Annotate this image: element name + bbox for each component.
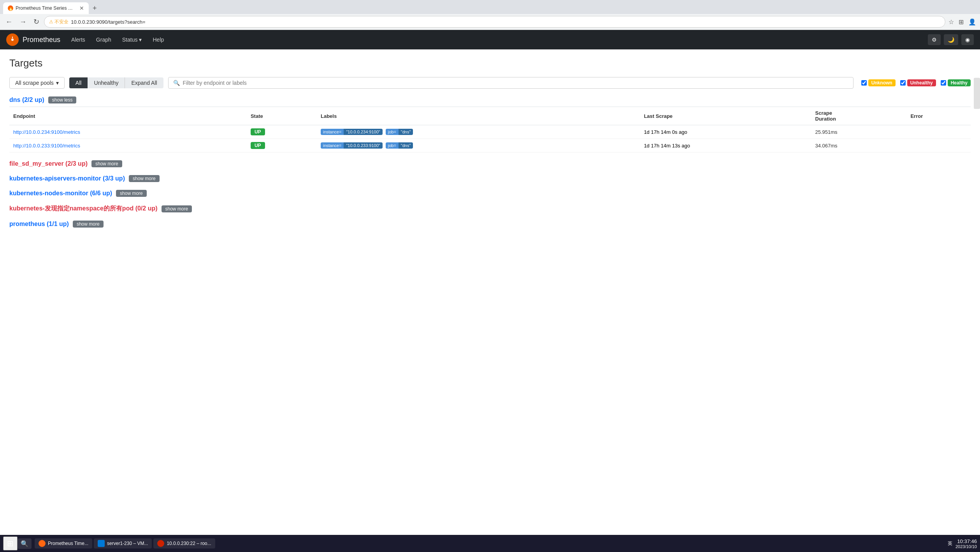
tab-bar: 🔥 Prometheus Time Series Colle... ✕ +: [0, 0, 980, 14]
browser-controls: ← → ↻ ⚠ 不安全 10.0.0.230:9090/targets?sear…: [0, 14, 980, 30]
unhealthy-badge: Unhealthy: [907, 79, 936, 86]
col-state: State: [247, 107, 317, 125]
toolbar: All scrape pools ▾ All Unhealthy Expand …: [9, 77, 971, 89]
show-more-k8s-api-button[interactable]: show more: [129, 175, 160, 182]
healthy-checkbox[interactable]: [941, 80, 946, 86]
settings-icon-btn[interactable]: ⚙: [928, 34, 941, 45]
alerts-link[interactable]: Alerts: [67, 33, 90, 46]
target-group-file-sd: file_sd_my_server (2/3 up) show more: [9, 160, 971, 167]
group-title-k8s-api[interactable]: kubernetes-apiservers-monitor (3/3 up): [9, 175, 125, 182]
group-header-file-sd: file_sd_my_server (2/3 up) show more: [9, 160, 971, 167]
search-bar[interactable]: 🔍: [168, 77, 854, 89]
graph-link[interactable]: Graph: [91, 33, 116, 46]
navbar-brand: Prometheus: [6, 33, 60, 46]
expand-all-button[interactable]: Expand All: [125, 77, 163, 88]
dropdown-caret: ▾: [139, 37, 142, 43]
table-row: http://10.0.0.234:9100/metrics UP instan…: [9, 125, 971, 139]
show-less-dns-button[interactable]: show less: [48, 96, 77, 103]
label-job-2: job="dns": [386, 142, 413, 149]
unknown-badge: Unknown: [868, 79, 896, 86]
svg-point-1: [11, 39, 14, 41]
url-text: 10.0.0.230:9090/targets?search=: [71, 19, 940, 25]
address-bar[interactable]: ⚠ 不安全 10.0.0.230:9090/targets?search=: [44, 16, 945, 28]
last-scrape-2: 1d 17h 14m 13s ago: [640, 139, 811, 152]
show-more-k8s-pods-button[interactable]: show more: [162, 205, 192, 212]
scrape-pool-dropdown[interactable]: All scrape pools ▾: [9, 77, 65, 89]
search-icon: 🔍: [173, 80, 180, 86]
unhealthy-filter-item: Unhealthy: [900, 79, 936, 86]
endpoint-link-2[interactable]: http://10.0.0.233:9100/metrics: [13, 143, 80, 149]
browser-chrome: 🔥 Prometheus Time Series Colle... ✕ + ← …: [0, 0, 980, 30]
active-tab[interactable]: 🔥 Prometheus Time Series Colle... ✕: [3, 2, 89, 14]
target-group-k8s-api: kubernetes-apiservers-monitor (3/3 up) s…: [9, 175, 971, 182]
group-header-k8s-api: kubernetes-apiservers-monitor (3/3 up) s…: [9, 175, 971, 182]
prometheus-logo: [6, 33, 19, 46]
scrape-duration-2: 34.067ms: [811, 139, 907, 152]
group-title-k8s-nodes[interactable]: kubernetes-nodes-monitor (6/6 up): [9, 190, 112, 197]
navbar-right: ⚙ 🌙 ◉: [928, 34, 974, 45]
back-button[interactable]: ←: [3, 17, 15, 27]
dropdown-caret-icon: ▾: [56, 80, 59, 86]
label-instance-2: instance="10.0.0.233:9100": [321, 142, 383, 149]
show-more-k8s-nodes-button[interactable]: show more: [116, 190, 147, 197]
mode-icon-btn[interactable]: ◉: [961, 34, 974, 45]
tab-favicon: 🔥: [8, 5, 13, 11]
target-group-dns: dns (2/2 up) show less Endpoint State La…: [9, 96, 971, 152]
tab-close-btn[interactable]: ✕: [79, 5, 84, 11]
endpoint-link-1[interactable]: http://10.0.0.234:9100/metrics: [13, 129, 80, 135]
group-header-prometheus: prometheus (1/1 up) show more: [9, 221, 971, 228]
theme-icon-btn[interactable]: 🌙: [944, 34, 958, 45]
label-group-1: instance="10.0.0.234:9100" job="dns": [321, 129, 636, 135]
col-last-scrape: Last Scrape: [640, 107, 811, 125]
target-group-prometheus: prometheus (1/1 up) show more: [9, 221, 971, 228]
tab-title: Prometheus Time Series Colle...: [16, 5, 76, 11]
unknown-checkbox[interactable]: [861, 80, 867, 86]
filter-all-button[interactable]: All: [69, 77, 88, 88]
unhealthy-checkbox[interactable]: [900, 80, 906, 86]
label-group-2: instance="10.0.0.233:9100" job="dns": [321, 142, 636, 149]
show-more-file-sd-button[interactable]: show more: [91, 160, 122, 167]
extensions-button[interactable]: ⊞: [958, 18, 964, 26]
col-endpoint: Endpoint: [9, 107, 247, 125]
col-scrape-duration: ScrapeDuration: [811, 107, 907, 125]
error-1: [906, 125, 971, 139]
healthy-filter-item: Healthy: [941, 79, 971, 86]
group-header-k8s-nodes: kubernetes-nodes-monitor (6/6 up) show m…: [9, 190, 971, 197]
target-group-k8s-pods: kubernetes-发现指定namespace的所有pod (0/2 up) …: [9, 205, 971, 213]
scrape-duration-1: 25.951ms: [811, 125, 907, 139]
group-header-k8s-pods: kubernetes-发现指定namespace的所有pod (0/2 up) …: [9, 205, 971, 213]
status-filters: Unknown Unhealthy Healthy: [861, 79, 971, 86]
table-row: http://10.0.0.233:9100/metrics UP instan…: [9, 139, 971, 152]
group-title-prometheus[interactable]: prometheus (1/1 up): [9, 221, 69, 228]
last-scrape-1: 1d 17h 14m 0s ago: [640, 125, 811, 139]
healthy-badge: Healthy: [948, 79, 971, 86]
navbar-nav: Alerts Graph Status ▾ Help: [67, 33, 169, 46]
col-labels: Labels: [317, 107, 640, 125]
help-link[interactable]: Help: [148, 33, 169, 46]
svg-rect-2: [12, 37, 13, 38]
navbar: Prometheus Alerts Graph Status ▾ Help ⚙ …: [0, 30, 980, 49]
scroll-indicator[interactable]: [974, 78, 980, 109]
target-group-k8s-nodes: kubernetes-nodes-monitor (6/6 up) show m…: [9, 190, 971, 197]
reload-button[interactable]: ↻: [31, 17, 42, 27]
forward-button[interactable]: →: [17, 17, 29, 27]
group-title-file-sd[interactable]: file_sd_my_server (2/3 up): [9, 160, 88, 167]
search-input[interactable]: [183, 80, 848, 86]
security-warning: ⚠ 不安全: [49, 19, 68, 25]
new-tab-button[interactable]: +: [90, 4, 99, 12]
error-2: [906, 139, 971, 152]
profile-button[interactable]: 👤: [968, 18, 977, 26]
star-button[interactable]: ☆: [948, 18, 955, 26]
show-more-prometheus-button[interactable]: show more: [73, 221, 104, 228]
unknown-filter-item: Unknown: [861, 79, 896, 86]
brand-name: Prometheus: [23, 36, 60, 44]
status-dropdown[interactable]: Status ▾: [118, 33, 147, 46]
group-title-dns[interactable]: dns (2/2 up): [9, 96, 44, 103]
filter-unhealthy-button[interactable]: Unhealthy: [88, 77, 125, 88]
label-instance-1: instance="10.0.0.234:9100": [321, 129, 383, 135]
main-content: Targets All scrape pools ▾ All Unhealthy…: [0, 49, 980, 243]
group-title-k8s-pods[interactable]: kubernetes-发现指定namespace的所有pod (0/2 up): [9, 205, 158, 213]
filter-group: All Unhealthy Expand All: [69, 77, 163, 88]
group-header-dns: dns (2/2 up) show less: [9, 96, 971, 103]
state-badge-2: UP: [251, 142, 265, 149]
